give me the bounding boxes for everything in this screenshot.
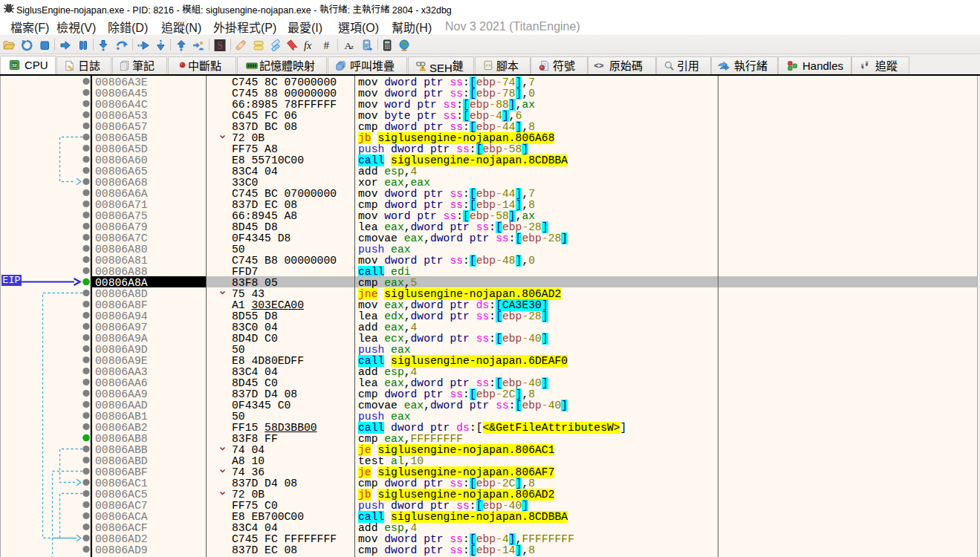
svg-text:!: !	[422, 66, 424, 71]
svg-text:32: 32	[12, 62, 17, 68]
svg-text:z: z	[351, 43, 354, 51]
svg-text:<>: <>	[486, 63, 492, 68]
svg-text:<>: <>	[594, 61, 604, 70]
svg-text:fx: fx	[304, 40, 312, 51]
svg-text:#: #	[323, 39, 329, 51]
svg-text:S: S	[217, 40, 223, 51]
